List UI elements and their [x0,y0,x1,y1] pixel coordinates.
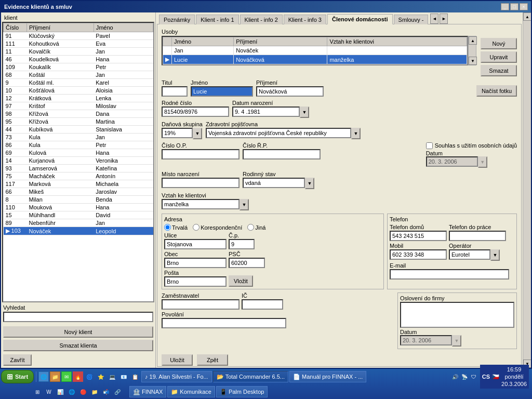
vztah-dropdown[interactable]: ▼ [240,199,249,210]
client-row[interactable]: 46 Koudelková Hana [4,56,153,63]
client-row[interactable]: 93 Lamserová Kateřina [4,165,153,172]
bt-icon-8[interactable]: 🔗 [112,387,123,397]
client-row[interactable]: 11 Kovalčík Jan [4,48,153,56]
people-row[interactable]: Jan Nováček [163,46,467,55]
bt-icon-6[interactable]: 📁 [89,387,100,397]
client-row[interactable]: 9 Koštál ml. Karel [4,79,153,87]
maximize-button[interactable]: □ [510,3,518,10]
datum-souhlas-dropdown[interactable]: ▼ [478,156,487,168]
client-row[interactable]: 95 Křížová Martina [4,118,153,126]
client-row[interactable]: 44 Kubíková Stanislava [4,126,153,134]
taskbar-item-commander[interactable]: 📂 Total Commander 6.5... [213,371,288,382]
tab-nav-left[interactable]: ◄ [430,14,438,24]
tab-info3[interactable]: Klient - info 3 [284,15,326,24]
rodinny-stav-dropdown[interactable]: ▼ [305,178,314,189]
client-row[interactable]: 66 Mikeš Jaroslav [4,188,153,196]
taskbar-item-finnax[interactable]: 🏦 FINNAX [129,386,166,397]
nacist-fotku-button[interactable]: Načíst fotku [476,85,517,97]
bt-icon-1[interactable]: ⊞ [32,387,43,397]
datum-nar-input[interactable] [232,107,300,117]
tel-domu-input[interactable] [390,231,447,241]
souhlas-checkbox[interactable] [426,142,433,149]
taskbar-item-music[interactable]: ♪ 19. Alan Silvestri - Fo... [141,371,212,382]
close-button[interactable]: × [520,3,528,10]
delete-person-button[interactable]: Smazat [481,65,517,76]
minimize-button[interactable]: _ [501,3,509,10]
tab-clenove[interactable]: Členové domácnosti [327,14,393,24]
tab-nav-right[interactable]: ► [440,14,448,24]
client-row[interactable]: ▶ 103 Nováček Leopold [4,227,153,235]
radio-trvala[interactable]: Trvalá [164,224,188,231]
tab-info2[interactable]: Klient - info 2 [240,15,283,24]
ql-icon-2[interactable]: 📁 [50,371,60,382]
obec-input[interactable] [164,258,227,268]
client-row[interactable]: 86 Kula Petr [4,141,153,149]
scroll-down-arrow[interactable]: ▼ [469,57,477,65]
client-row[interactable]: 110 Mouková Hana [4,204,153,211]
right-scroll-up[interactable]: ▲ [523,12,531,21]
ql-icon-3[interactable]: ✉ [61,371,72,382]
client-row[interactable]: 109 Koukalík Petr [4,63,153,71]
tray-icon-2[interactable]: 📡 [460,373,469,381]
dan-skupina-dropdown[interactable]: ▼ [193,128,202,139]
psc-input[interactable] [229,258,265,268]
scroll-up-arrow[interactable]: ▲ [469,36,477,45]
tray-icon-1[interactable]: 🔊 [451,373,459,381]
email-input[interactable] [390,269,509,280]
client-row[interactable]: 68 Koštál Jan [4,71,153,79]
delete-client-button[interactable]: Smazat klienta [3,340,153,351]
bt-icon-5[interactable]: 🔴 [78,387,88,397]
ulice-input[interactable] [164,239,227,249]
ql-icon-7[interactable]: 💻 [107,371,117,382]
zdrav-poj-input[interactable] [206,128,351,138]
rodinny-stav-input[interactable] [243,178,305,188]
operator-dropdown[interactable]: ▼ [490,249,500,261]
osloveni-textarea[interactable] [400,302,514,328]
client-row[interactable]: 10 Košťálová Aloisia [4,87,153,95]
client-row[interactable]: 12 Krátková Lenka [4,95,153,102]
radio-jina[interactable]: Jiná [247,224,265,231]
bt-icon-4[interactable]: 🌐 [66,387,77,397]
misto-nar-input[interactable] [162,178,240,188]
taskbar-item-palm[interactable]: 📱 Palm Desktop [216,386,268,397]
new-person-button[interactable]: Nový [481,38,517,49]
ql-icon-6[interactable]: ⭐ [96,371,106,382]
tray-icon-3[interactable]: 🛡 [470,373,478,381]
datum2-input[interactable] [400,335,452,345]
client-row[interactable]: 15 Mühlhandl David [4,211,153,219]
client-row[interactable]: 75 Macháček Antonín [4,172,153,180]
client-row[interactable]: 98 Křížová Dana [4,110,153,118]
ql-icon-5[interactable]: 🌀 [84,371,95,382]
tab-poznamky[interactable]: Poznámky [159,15,195,24]
taskbar-item-komunikace[interactable]: 📁 Komunikace [167,386,215,397]
datum-nar-dropdown[interactable]: ▼ [300,107,309,118]
titul-input[interactable] [162,86,188,97]
bt-icon-7[interactable]: 📬 [101,387,111,397]
client-row[interactable]: 8 Milan Benda [4,196,153,204]
bt-icon-2[interactable]: W [44,387,54,397]
close-button-left[interactable]: Zavřít [3,354,32,366]
search-input[interactable] [3,312,153,322]
client-row[interactable]: 89 Nebenführ Jan [4,219,153,227]
posta-input[interactable] [164,276,227,287]
zam-input[interactable] [162,299,240,310]
radio-korespondencni[interactable]: Korespondenční [193,224,242,231]
client-row[interactable]: 69 Kulová Hana [4,149,153,157]
ic-input[interactable] [242,299,283,310]
rc-input[interactable] [162,107,229,117]
ql-icon-9[interactable]: 📋 [130,371,140,382]
ql-icon-4[interactable]: 🔥 [73,371,83,382]
datum-souhlas-input[interactable] [426,156,478,167]
vztah-input[interactable] [162,199,240,209]
mobil-input[interactable] [390,249,447,260]
cp-input[interactable] [229,239,255,249]
client-row[interactable]: 97 Krištof Miloslav [4,102,153,110]
client-row[interactable]: 14 Kurjanová Veronika [4,157,153,165]
start-button[interactable]: ⊞ Start [1,370,34,383]
zpet-button[interactable]: Zpět [197,354,228,366]
bt-icon-3[interactable]: 📊 [55,387,65,397]
client-row[interactable]: 117 Marková Michaela [4,180,153,188]
ulozit-button[interactable]: Uložit [162,354,193,366]
vlozit-button[interactable]: Vložit [229,275,253,287]
client-row[interactable]: 111 Kohoutková Eva [4,40,153,48]
